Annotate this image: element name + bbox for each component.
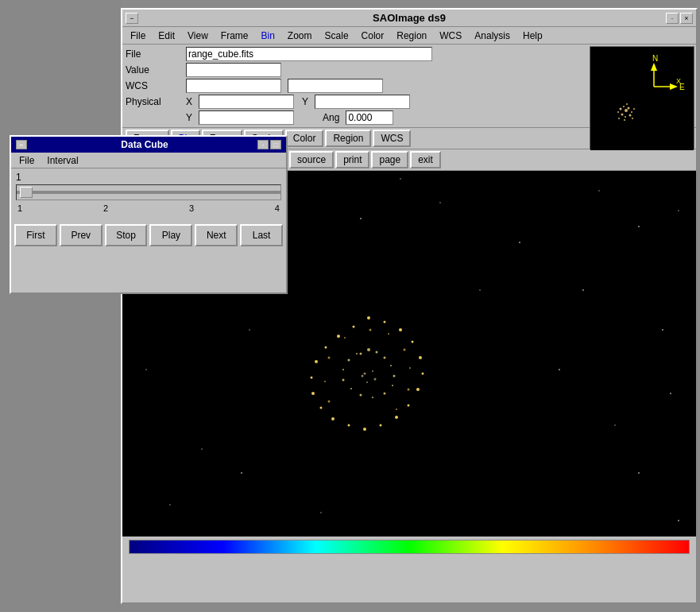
scale-mark-3: 3: [189, 203, 194, 213]
file-input[interactable]: [186, 47, 432, 61]
prev-button[interactable]: Prev: [60, 224, 102, 246]
svg-point-28: [439, 202, 441, 203]
svg-point-70: [367, 348, 370, 351]
scale-mark-4: 4: [275, 203, 280, 213]
svg-point-45: [559, 369, 560, 370]
wcs-extra-input[interactable]: [288, 79, 383, 93]
svg-point-49: [367, 316, 370, 320]
svg-point-78: [360, 394, 362, 397]
svg-point-34: [249, 329, 250, 331]
menu-color[interactable]: Color: [357, 29, 389, 43]
wcs-label: WCS: [126, 80, 181, 91]
svg-point-92: [388, 333, 389, 335]
datacube-menu-file[interactable]: File: [14, 154, 39, 167]
colorbar: [129, 540, 690, 554]
svg-point-85: [328, 357, 331, 359]
datacube-menu-interval[interactable]: Interval: [42, 154, 83, 167]
svg-point-81: [342, 369, 344, 370]
svg-point-7: [621, 114, 624, 116]
svg-point-93: [369, 329, 372, 331]
menu-region[interactable]: Region: [392, 29, 431, 43]
dc-slider-thumb[interactable]: [20, 187, 33, 198]
menu-wcs[interactable]: WCS: [435, 29, 466, 43]
title-bar: − SAOImage ds9 · ×: [122, 10, 696, 27]
print-button[interactable]: print: [335, 151, 369, 168]
svg-point-14: [618, 118, 620, 119]
wcs-button[interactable]: WCS: [373, 130, 411, 147]
play-button[interactable]: Play: [149, 224, 192, 246]
menu-bin[interactable]: Bin: [257, 29, 280, 43]
svg-point-60: [348, 424, 350, 427]
last-button[interactable]: Last: [240, 224, 283, 246]
app-title: SAOImage ds9: [373, 12, 446, 24]
svg-rect-0: [590, 47, 694, 150]
y2-label: Y: [186, 112, 192, 123]
physical-y-input[interactable]: [315, 95, 410, 109]
datacube-title-bar: − Data Cube · □: [11, 137, 286, 153]
svg-point-44: [479, 289, 481, 291]
menu-scale[interactable]: Scale: [320, 29, 354, 43]
scale-mark-2: 2: [103, 203, 108, 213]
svg-point-82: [348, 359, 350, 362]
svg-point-74: [393, 375, 396, 378]
svg-point-57: [395, 416, 398, 419]
dc-slider-container[interactable]: [16, 184, 281, 200]
svg-point-62: [320, 407, 323, 409]
svg-point-84: [344, 337, 346, 339]
svg-point-36: [662, 329, 663, 331]
svg-point-43: [400, 178, 401, 180]
window-close-button[interactable]: ×: [680, 13, 693, 24]
svg-point-5: [628, 107, 630, 110]
source-button[interactable]: source: [289, 151, 334, 168]
window-minimize-icon[interactable]: −: [126, 13, 138, 24]
page-button[interactable]: page: [371, 151, 408, 168]
svg-point-9: [629, 114, 632, 117]
datacube-maximize-button[interactable]: □: [270, 140, 281, 149]
svg-point-79: [350, 388, 352, 389]
next-button[interactable]: Next: [195, 224, 238, 246]
svg-point-38: [670, 393, 671, 394]
svg-point-31: [638, 226, 640, 227]
svg-point-35: [582, 289, 584, 291]
window-restore-button[interactable]: ·: [666, 13, 679, 24]
svg-point-64: [311, 377, 313, 379]
menu-bar: File Edit View Frame Bin Zoom Scale Colo…: [122, 27, 696, 45]
menu-edit[interactable]: Edit: [153, 29, 180, 43]
scale-mark-1: 1: [17, 203, 22, 213]
minimize-button[interactable]: −: [126, 13, 138, 24]
svg-point-59: [363, 428, 366, 431]
physical-x-input[interactable]: [199, 95, 294, 109]
svg-point-56: [408, 405, 410, 407]
stop-button[interactable]: Stop: [105, 224, 148, 246]
menu-help[interactable]: Help: [518, 29, 547, 43]
menu-file[interactable]: File: [126, 29, 150, 43]
menu-analysis[interactable]: Analysis: [470, 29, 515, 43]
menu-view[interactable]: View: [183, 29, 213, 43]
first-button[interactable]: First: [14, 224, 57, 246]
region-button[interactable]: Region: [325, 130, 371, 147]
svg-point-73: [390, 365, 392, 366]
dc-slider-track: [17, 191, 280, 194]
wcs-x-input[interactable]: [186, 79, 281, 93]
svg-point-15: [624, 119, 625, 121]
menu-frame[interactable]: Frame: [216, 29, 253, 43]
compass-thumbnail: N E X: [590, 46, 694, 149]
svg-point-98: [362, 375, 364, 378]
color-button[interactable]: Color: [285, 130, 324, 147]
svg-point-13: [632, 118, 633, 119]
datacube-restore-button[interactable]: ·: [257, 140, 269, 149]
svg-point-72: [384, 357, 386, 359]
exit-button[interactable]: exit: [410, 151, 441, 168]
value-input[interactable]: [186, 63, 281, 77]
svg-point-97: [366, 382, 368, 383]
svg-point-12: [626, 103, 628, 105]
svg-point-95: [372, 370, 373, 372]
physical-y2-input[interactable]: [199, 110, 294, 125]
colorbar-container: [122, 536, 696, 556]
dc-nav-buttons: First Prev Stop Play Next Last: [11, 223, 286, 248]
svg-point-27: [360, 218, 362, 219]
datacube-minimize-button[interactable]: −: [16, 140, 27, 149]
angle-input[interactable]: [346, 110, 393, 125]
datacube-window-controls: · □: [257, 140, 281, 149]
menu-zoom[interactable]: Zoom: [283, 29, 317, 43]
